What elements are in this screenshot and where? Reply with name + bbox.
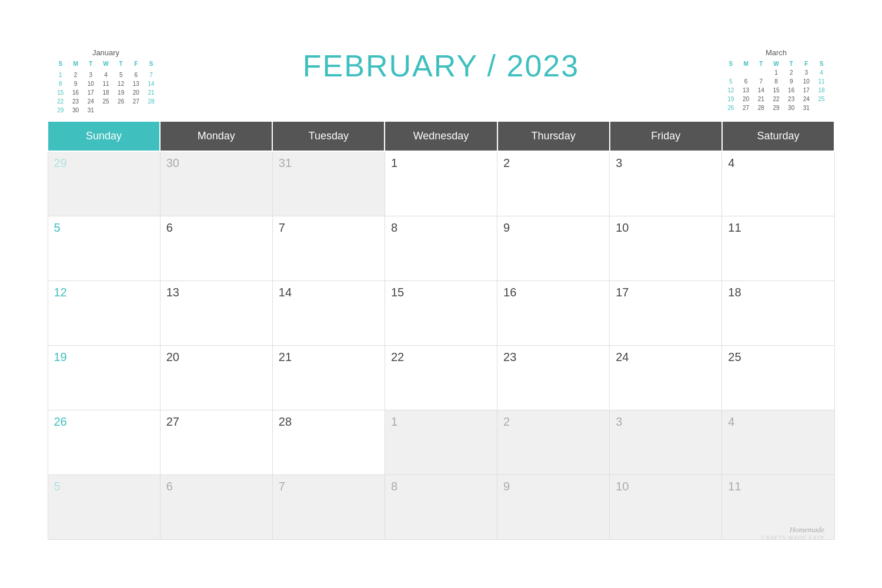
cal-cell[interactable]: 15 <box>385 280 497 345</box>
cal-cell[interactable]: 25 <box>722 345 834 410</box>
cal-cell[interactable]: 27 <box>160 410 272 475</box>
cal-cell[interactable]: 1 <box>385 151 497 216</box>
cal-cell[interactable]: 20 <box>160 345 272 410</box>
cal-cell[interactable]: 21 <box>272 345 385 410</box>
mar-cell: 3 <box>799 68 814 77</box>
jan-cell: 24 <box>83 97 98 106</box>
cal-cell[interactable]: 1 <box>385 410 497 475</box>
cal-cell[interactable]: 10 <box>610 475 722 539</box>
cal-cell[interactable]: 2 <box>497 151 610 216</box>
cal-cell[interactable]: 14 <box>272 280 385 345</box>
cal-cell[interactable]: 2 <box>497 410 610 475</box>
cal-cell[interactable]: 10 <box>610 216 722 280</box>
jan-cell: 29 <box>53 106 68 115</box>
jan-cell: 1 <box>53 71 68 79</box>
mar-cell: 23 <box>784 95 799 103</box>
jan-cell: 11 <box>98 79 113 88</box>
mar-cell: 20 <box>739 95 754 103</box>
cal-cell[interactable]: 8 <box>385 475 497 539</box>
cal-cell[interactable]: 8 <box>385 216 497 280</box>
mar-header-w: W <box>769 59 784 68</box>
mar-cell: 8 <box>769 77 784 86</box>
jan-header-t: T <box>83 59 98 68</box>
cal-cell[interactable]: 4 <box>722 410 834 475</box>
jan-cell: 4 <box>98 71 113 79</box>
jan-cell: 21 <box>143 88 159 97</box>
cal-cell[interactable]: 7 <box>272 475 385 539</box>
cal-header-thursday: Thursday <box>497 121 610 151</box>
mar-cell: 31 <box>799 103 814 112</box>
jan-cell <box>129 106 144 115</box>
cal-cell[interactable]: 6 <box>160 475 272 539</box>
jan-cell: 22 <box>53 97 68 106</box>
cal-cell[interactable]: 23 <box>497 345 610 410</box>
cal-cell[interactable]: 18 <box>722 280 834 345</box>
cal-cell[interactable]: 24 <box>610 345 722 410</box>
march-mini-calendar: March S M T W T F S 12345678910111213141… <box>723 48 829 112</box>
cal-cell[interactable]: 17 <box>610 280 722 345</box>
cal-cell[interactable]: 4 <box>722 151 834 216</box>
mar-cell <box>723 68 739 77</box>
mar-header-s2: S <box>814 59 829 68</box>
mar-cell <box>739 68 754 77</box>
jan-cell: 28 <box>143 97 159 106</box>
jan-cell: 15 <box>53 88 68 97</box>
mar-cell: 29 <box>769 103 784 112</box>
mini-calendars-row: January S M T W T F S 123456789101112131… <box>47 48 835 115</box>
jan-cell: 10 <box>83 79 98 88</box>
cal-header-tuesday: Tuesday <box>272 121 385 151</box>
cal-cell[interactable]: 30 <box>160 151 272 216</box>
mar-header-s: S <box>723 59 739 68</box>
cal-cell[interactable]: 3 <box>610 410 722 475</box>
cal-cell[interactable]: 29 <box>48 151 160 216</box>
mar-cell: 22 <box>769 95 784 103</box>
cal-cell[interactable]: 7 <box>272 216 385 280</box>
mar-cell: 13 <box>739 86 754 95</box>
cal-cell[interactable]: 16 <box>497 280 610 345</box>
cal-cell[interactable]: 22 <box>385 345 497 410</box>
january-title: January <box>53 48 159 57</box>
cal-header-friday: Friday <box>610 121 722 151</box>
calendar-container: January S M T W T F S 123456789101112131… <box>47 36 835 552</box>
cal-cell[interactable]: 5 <box>48 216 160 280</box>
cal-cell[interactable]: 28 <box>272 410 385 475</box>
cal-cell[interactable]: 19 <box>48 345 160 410</box>
cal-cell[interactable]: 9 <box>497 216 610 280</box>
mar-cell: 27 <box>739 103 754 112</box>
mar-cell <box>753 68 769 77</box>
jan-cell: 20 <box>129 88 144 97</box>
jan-cell: 25 <box>98 97 113 106</box>
mar-cell: 14 <box>753 86 769 95</box>
jan-cell: 30 <box>68 106 83 115</box>
mar-header-t: T <box>753 59 769 68</box>
mar-cell: 16 <box>784 86 799 95</box>
mar-cell: 4 <box>814 68 829 77</box>
jan-cell: 27 <box>129 97 144 106</box>
jan-cell: 12 <box>113 79 129 88</box>
mar-header-t2: T <box>784 59 799 68</box>
jan-cell: 13 <box>129 79 144 88</box>
jan-header-f: F <box>129 59 144 68</box>
cal-cell[interactable]: 26 <box>48 410 160 475</box>
mar-cell: 11 <box>814 77 829 86</box>
jan-cell: 23 <box>68 97 83 106</box>
cal-cell[interactable]: 13 <box>160 280 272 345</box>
cal-cell[interactable]: 12 <box>48 280 160 345</box>
cal-cell[interactable]: 11 <box>722 216 834 280</box>
mar-cell: 5 <box>723 77 739 86</box>
jan-cell <box>143 106 159 115</box>
jan-cell <box>98 106 113 115</box>
watermark-line1: Homemade <box>790 525 824 534</box>
cal-cell[interactable]: 6 <box>160 216 272 280</box>
cal-cell[interactable]: 9 <box>497 475 610 539</box>
jan-cell: 14 <box>143 79 159 88</box>
jan-cell: 31 <box>83 106 98 115</box>
mar-cell: 26 <box>723 103 739 112</box>
cal-cell[interactable]: 31 <box>272 151 385 216</box>
cal-header-saturday: Saturday <box>722 121 834 151</box>
cal-cell[interactable]: 3 <box>610 151 722 216</box>
jan-cell: 9 <box>68 79 83 88</box>
jan-cell <box>113 106 129 115</box>
cal-cell[interactable]: 5 <box>48 475 160 539</box>
jan-header-m: M <box>68 59 83 68</box>
